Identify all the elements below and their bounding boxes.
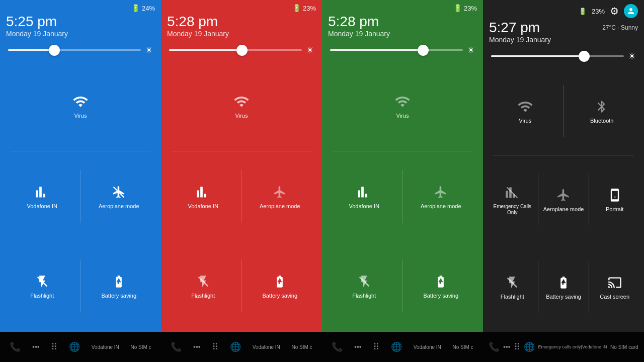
signal-tile-blue[interactable]: Vodafone IN <box>4 152 80 240</box>
wifi-row-red: Virus <box>165 62 318 150</box>
battery-tile-dark[interactable]: Battery saving <box>538 244 589 330</box>
airplane-icon-green <box>432 183 450 201</box>
brightness-track-blue[interactable] <box>8 49 141 51</box>
emergency-icon-dark <box>503 184 521 202</box>
airplane-label-red: Aeroplane mode <box>260 203 300 210</box>
cast-label-dark: Cast screen <box>600 294 629 300</box>
flashlight-tile-red[interactable]: Flashlight <box>165 242 242 330</box>
brightness-track-dark[interactable] <box>491 55 624 57</box>
time-blue: 5:25 pm <box>6 14 155 30</box>
wifi-label-dark: Virus <box>519 118 531 124</box>
wifi-icon-dark <box>516 98 534 116</box>
vodafone-text-red: Vodafone IN <box>253 344 280 350</box>
bluetooth-icon-dark <box>593 98 611 116</box>
signal-icon-red <box>194 183 212 201</box>
airplane-label-green: Aeroplane mode <box>421 203 461 210</box>
date-green: Monday 19 January <box>328 30 477 38</box>
battery-icon-green: 🔋 <box>453 4 462 12</box>
battery-label-dark: Battery saving <box>546 294 581 300</box>
globe-icon-blue-bottom: 🌐 <box>69 341 80 352</box>
airplane-icon-dark <box>554 186 573 204</box>
battery-icon-blue: 🔋 <box>131 4 140 12</box>
battery-pct-dark: 23% <box>592 8 605 15</box>
battery-pct-blue: 24% <box>142 5 155 12</box>
portrait-icon-dark <box>606 186 624 204</box>
row3-blue: Flashlight Battery saving <box>4 242 157 330</box>
airplane-label-blue: Aeroplane mode <box>99 203 139 210</box>
tiles-dark: Virus Bluetooth Emergency Calls Only <box>483 66 644 332</box>
wifi-tile-red[interactable]: Virus <box>165 62 318 150</box>
vodafone-text-blue: Vodafone IN <box>92 344 119 350</box>
flashlight-tile-blue[interactable]: Flashlight <box>4 242 80 330</box>
globe-icon-green-bottom: 🌐 <box>391 341 402 352</box>
wifi-label-blue: Virus <box>74 113 87 119</box>
signal-icon-green <box>355 183 373 201</box>
bluetooth-label-dark: Bluetooth <box>590 118 613 124</box>
brightness-row-dark[interactable]: ☀ <box>483 47 644 66</box>
battery-pct-red: 23% <box>303 5 316 12</box>
date-red: Monday 19 January <box>167 30 316 38</box>
green-header: 🔋 23% 5:28 pm Monday 19 January <box>322 0 483 41</box>
wifi-icon-red <box>232 93 251 111</box>
airplane-tile-dark[interactable]: Aeroplane mode <box>538 156 589 242</box>
row2-dark: Emergency Calls Only Aeroplane mode Port… <box>487 156 640 242</box>
nosim-text-red: No SIM c <box>291 344 312 350</box>
flashlight-icon-red <box>194 273 212 291</box>
vodafone-text-green: Vodafone IN <box>414 344 441 350</box>
panel-red: 🔋 23% 5:28 pm Monday 19 January ☀ Virus <box>161 0 322 332</box>
bluetooth-tile-dark[interactable]: Bluetooth <box>564 68 640 154</box>
emergency-tile-dark[interactable]: Emergency Calls Only <box>487 156 538 242</box>
nosim-text-green: No SIM c <box>452 344 473 350</box>
battery-tile-green[interactable]: Battery saving <box>403 242 479 330</box>
user-avatar[interactable] <box>624 4 638 18</box>
cast-tile-dark[interactable]: Cast screen <box>589 244 640 330</box>
signal-tile-red[interactable]: Vodafone IN <box>165 152 242 240</box>
flashlight-tile-dark[interactable]: Flashlight <box>487 244 538 330</box>
airplane-tile-blue[interactable]: Aeroplane mode <box>81 152 157 240</box>
flashlight-label-green: Flashlight <box>352 293 376 299</box>
flashlight-icon-blue <box>33 273 51 291</box>
date-blue: Monday 19 January <box>6 30 155 38</box>
globe-icon-dark-bottom: 🌐 <box>524 341 535 352</box>
apps-icon-red-bottom: ⠿ <box>212 341 218 352</box>
brightness-icon-green: ☀ <box>467 45 475 56</box>
battery-label-red: Battery saving <box>262 293 297 299</box>
airplane-tile-red[interactable]: Aeroplane mode <box>242 152 318 240</box>
brightness-row-blue[interactable]: ☀ <box>0 41 161 60</box>
wifi-row-green: Virus <box>326 62 479 150</box>
wifi-tile-blue[interactable]: Virus <box>4 62 157 150</box>
wifi-icon-blue <box>71 93 90 111</box>
signal-tile-green[interactable]: Vodafone IN <box>326 152 403 240</box>
battery-tile-red[interactable]: Battery saving <box>242 242 318 330</box>
brightness-icon-dark: ☀ <box>628 51 636 62</box>
settings-icon[interactable]: ⚙ <box>610 5 619 17</box>
flashlight-tile-green[interactable]: Flashlight <box>326 242 403 330</box>
brightness-track-green[interactable] <box>330 49 463 51</box>
panel-green: 🔋 23% 5:28 pm Monday 19 January ☀ Virus <box>322 0 483 332</box>
wifi-tile-green[interactable]: Virus <box>326 62 479 150</box>
airplane-tile-green[interactable]: Aeroplane mode <box>403 152 479 240</box>
bottom-red: 📞 ••• ⠿ 🌐 Vodafone IN No SIM c <box>161 341 322 352</box>
battery-save-icon-dark <box>554 274 573 292</box>
brightness-track-red[interactable] <box>169 49 302 51</box>
portrait-tile-dark[interactable]: Portrait <box>589 156 640 242</box>
cast-icon-dark <box>606 274 624 292</box>
row1-dark: Virus Bluetooth <box>487 68 640 154</box>
apps-icon-dark-bottom: ⠿ <box>514 341 520 352</box>
battery-tile-blue[interactable]: Battery saving <box>81 242 157 330</box>
brightness-row-red[interactable]: ☀ <box>161 41 322 60</box>
apps-icon-green-bottom: ⠿ <box>373 341 379 352</box>
wifi-label-red: Virus <box>235 113 248 119</box>
nosimcard-text-dark: No SIM card <box>610 344 638 350</box>
tiles-red: Virus Vodafone IN Aeroplane mode <box>161 60 322 332</box>
row3-dark: Flashlight Battery saving Cast screen <box>487 244 640 330</box>
blue-header: 🔋 24% 5:25 pm Monday 19 January <box>0 0 161 41</box>
wifi-tile-dark[interactable]: Virus <box>487 68 564 154</box>
bottom-green: 📞 ••• ⠿ 🌐 Vodafone IN No SIM c <box>322 341 483 352</box>
battery-icon-dark: 🔋 <box>579 8 587 15</box>
panel-blue: 🔋 24% 5:25 pm Monday 19 January ☀ Virus <box>0 0 161 332</box>
battery-icon-red: 🔋 <box>292 4 301 12</box>
signal-label-green: Vodafone IN <box>349 203 379 210</box>
brightness-row-green[interactable]: ☀ <box>322 41 483 60</box>
time-red: 5:28 pm <box>167 14 316 30</box>
